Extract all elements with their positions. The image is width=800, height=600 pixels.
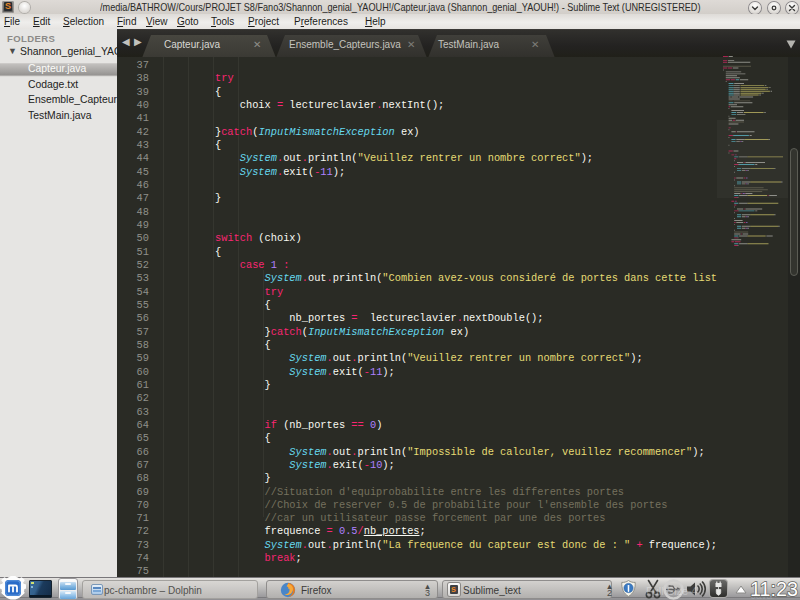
svg-text:11:23: 11:23 [750,578,798,600]
